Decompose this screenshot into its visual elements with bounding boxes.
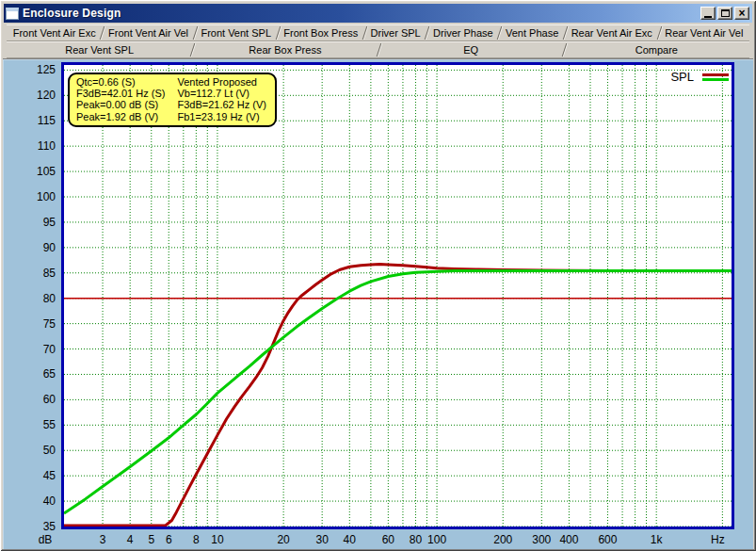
x-tick-30: 30 — [315, 533, 328, 546]
minimize-button[interactable] — [700, 7, 716, 20]
y-axis-labels: 1251201151101051009590858075706560555045… — [3, 59, 57, 550]
annotation-line: Vented Proposed — [177, 76, 265, 88]
parameters-annotation-box: Qtc=0.66 (S)F3dB=42.01 Hz (S)Peak=0.00 d… — [68, 73, 277, 127]
tab-front-vent-air-vel[interactable]: Front Vent Air Vel — [102, 24, 194, 41]
tab-row-2: Rear Vent SPLRear Box PressEQCompare — [3, 41, 753, 58]
tab-front-vent-spl[interactable]: Front Vent SPL — [195, 24, 278, 41]
window-title: Enclosure Design — [23, 7, 697, 20]
x-tick-400: 400 — [559, 533, 578, 546]
y-tick-45: 45 — [43, 469, 56, 482]
y-tick-95: 95 — [43, 216, 56, 229]
x-tick-20: 20 — [277, 533, 289, 546]
tab-rear-vent-spl[interactable]: Rear Vent SPL — [7, 41, 192, 58]
tab-front-vent-air-exc[interactable]: Front Vent Air Exc — [7, 24, 102, 41]
legend-swatch-sealed — [702, 78, 729, 81]
y-tick-125: 125 — [37, 63, 56, 76]
x-tick-200: 200 — [493, 533, 512, 546]
y-tick-65: 65 — [43, 367, 56, 381]
y-tick-35: 35 — [43, 520, 56, 533]
annotation-line: Peak=0.00 dB (S) — [76, 99, 165, 110]
legend-swatches — [702, 73, 729, 81]
tab-front-box-press[interactable]: Front Box Press — [278, 24, 364, 41]
titlebar[interactable]: Enclosure Design × — [4, 4, 752, 23]
x-tick-6: 6 — [166, 533, 172, 546]
y-tick-110: 110 — [38, 139, 56, 153]
x-tick-80: 80 — [410, 533, 422, 546]
x-tick-10: 10 — [211, 533, 223, 546]
x-tick-600: 600 — [598, 533, 617, 546]
close-button[interactable]: × — [734, 7, 749, 20]
y-tick-75: 75 — [43, 317, 56, 331]
y-tick-120: 120 — [37, 89, 56, 102]
minimize-icon — [704, 16, 712, 18]
y-tick-50: 50 — [43, 444, 56, 457]
y-tick-90: 90 — [43, 241, 56, 254]
annotation-line: Vb=112.7 Lt (V) — [177, 88, 265, 99]
annotation-line: Qtc=0.66 (S) — [76, 76, 165, 88]
chart-canvas — [64, 65, 732, 527]
y-tick-115: 115 — [38, 114, 56, 127]
tab-rear-vent-air-vel[interactable]: Rear Vent Air Vel — [659, 24, 750, 41]
annotation-column-1: Qtc=0.66 (S)F3dB=42.01 Hz (S)Peak=0.00 d… — [76, 76, 165, 122]
tab-compare[interactable]: Compare — [564, 41, 749, 58]
x-tick-40: 40 — [344, 533, 356, 546]
tab-vent-phase[interactable]: Vent Phase — [499, 24, 565, 41]
y-tick-40: 40 — [43, 494, 56, 508]
maximize-button[interactable] — [717, 7, 732, 20]
x-tick-4: 4 — [127, 533, 134, 546]
annotation-line: Peak=1.92 dB (V) — [76, 111, 165, 122]
annotation-line: F3dB=42.01 Hz (S) — [76, 88, 165, 99]
legend-label: SPL — [670, 71, 694, 84]
tab-eq[interactable]: EQ — [378, 41, 564, 58]
y-tick-100: 100 — [37, 190, 56, 203]
y-axis-unit: dB — [33, 533, 57, 546]
legend-swatch-vented — [702, 73, 729, 76]
y-tick-80: 80 — [43, 292, 56, 305]
y-tick-55: 55 — [43, 418, 56, 431]
x-tick-300: 300 — [532, 533, 551, 546]
curve-sealed-s- — [64, 271, 732, 513]
y-tick-70: 70 — [43, 343, 56, 356]
annotation-column-2: Vented ProposedVb=112.7 Lt (V)F3dB=21.62… — [177, 76, 265, 122]
maximize-icon — [721, 9, 730, 17]
x-axis-unit: Hz — [711, 533, 725, 546]
close-icon: × — [738, 8, 745, 18]
chart-client-area: SPL Qtc=0.66 (S)F3dB=42.01 Hz (S)Peak=0.… — [3, 58, 753, 549]
spl-chart-plot: SPL Qtc=0.66 (S)F3dB=42.01 Hz (S)Peak=0.… — [61, 62, 734, 529]
curve-vented-v- — [64, 265, 732, 526]
tab-rear-box-press[interactable]: Rear Box Press — [192, 41, 378, 58]
tab-row-1: Front Vent Air ExcFront Vent Air VelFron… — [3, 24, 753, 41]
tab-rear-vent-air-exc[interactable]: Rear Vent Air Exc — [565, 24, 659, 41]
y-tick-105: 105 — [37, 165, 56, 178]
x-tick-8: 8 — [193, 533, 200, 546]
y-tick-85: 85 — [43, 267, 56, 280]
graph-tab-strip: Front Vent Air ExcFront Vent Air VelFron… — [3, 24, 753, 58]
window-controls: × — [700, 7, 750, 20]
chart-legend: SPL — [670, 71, 729, 84]
annotation-line: F3dB=21.62 Hz (V) — [177, 99, 265, 110]
x-tick-5: 5 — [148, 533, 154, 546]
y-tick-60: 60 — [43, 393, 56, 406]
x-tick-3: 3 — [100, 533, 106, 546]
window-icon — [6, 8, 19, 20]
x-tick-1k: 1k — [651, 533, 663, 546]
x-tick-100: 100 — [427, 533, 446, 546]
x-tick-60: 60 — [382, 533, 394, 546]
annotation-line: Fb1=23.19 Hz (V) — [177, 111, 265, 122]
tab-driver-spl[interactable]: Driver SPL — [364, 24, 427, 41]
tab-driver-phase[interactable]: Driver Phase — [426, 24, 499, 41]
enclosure-design-window: Enclosure Design × Front Vent Air ExcFro… — [0, 0, 756, 551]
